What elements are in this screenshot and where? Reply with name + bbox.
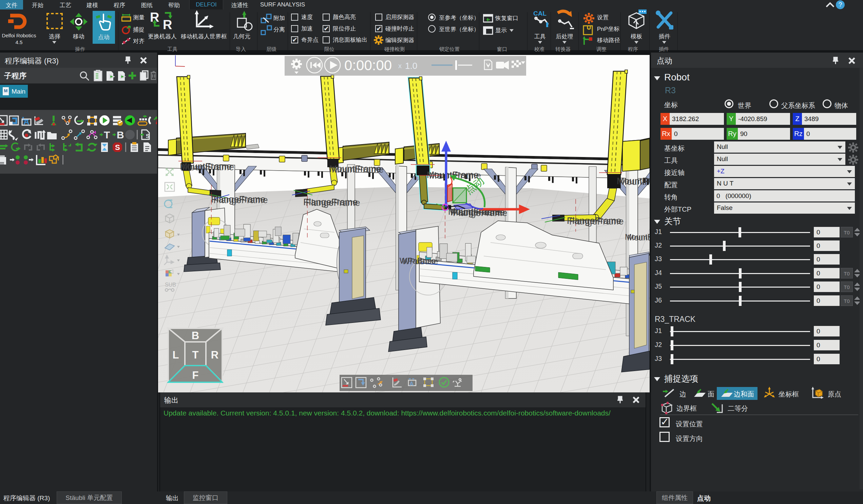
svg-text:MountFrame: MountFrame [619,177,650,187]
svg-text:T: T [104,129,110,140]
svg-text:B: B [117,129,124,140]
svg-text:A: A [410,380,414,387]
svg-text:1.0: 1.0 [405,61,417,71]
svg-text:R: R [211,349,218,361]
svg-text:FlangeFrame: FlangeFrame [213,195,268,205]
svg-text:B: B [192,330,199,342]
svg-text:L: L [173,349,179,361]
svg-text:S: S [146,133,150,139]
svg-text:x: x [398,62,402,70]
svg-text:WPaBase: WPaBase [402,257,438,266]
svg-text:MountFrame: MountFrame [182,162,234,172]
svg-text:MountFrame: MountFrame [627,233,650,242]
svg-text:FlangeFrame: FlangeFrame [305,198,360,208]
svg-text:T: T [192,349,199,361]
svg-text:MountFrame: MountFrame [332,164,384,175]
svg-text:CAL: CAL [533,10,547,17]
svg-text:R: R [163,18,172,30]
svg-text:FlangeFrame: FlangeFrame [569,216,624,227]
svg-text:F: F [192,369,199,381]
svg-text:SUB: SUB [165,282,176,288]
svg-text:S: S [115,143,120,152]
svg-text:0:00:00: 0:00:00 [344,57,392,73]
